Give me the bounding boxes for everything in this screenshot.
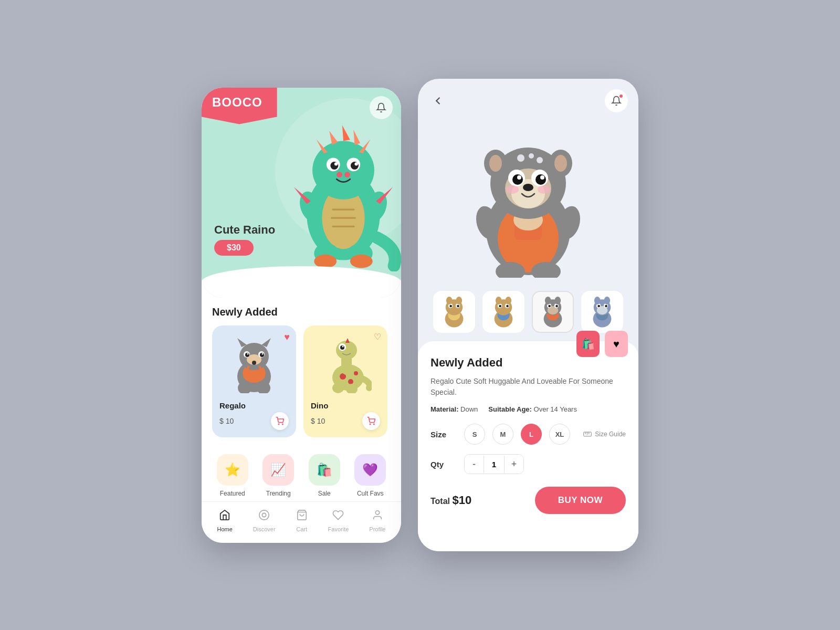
category-trending[interactable]: 📈 Trending	[262, 454, 294, 497]
nav-discover[interactable]: Discover	[253, 509, 276, 532]
svg-point-56	[342, 345, 344, 347]
add-to-cart-dino[interactable]	[362, 412, 380, 430]
featured-label: Featured	[220, 490, 245, 497]
svg-point-5	[312, 141, 374, 199]
product-card-dino[interactable]: ♡	[303, 326, 387, 437]
cult-favs-icon: 💜	[362, 463, 378, 477]
category-sale[interactable]: 🛍️ Sale	[309, 454, 340, 497]
heart-tag: ♥	[605, 331, 628, 357]
add-to-cart-regalo[interactable]	[271, 412, 289, 430]
back-button[interactable]	[428, 91, 447, 110]
svg-point-80	[517, 175, 521, 180]
nav-cart-label: Cart	[296, 526, 307, 532]
product-image-dino	[311, 333, 380, 396]
svg-point-24	[350, 254, 373, 268]
category-cult-favs[interactable]: 💜 Cult Favs	[354, 454, 386, 497]
svg-point-125	[555, 305, 558, 308]
qty-row: Qty - 1 +	[430, 454, 626, 474]
svg-point-83	[506, 185, 519, 194]
svg-marker-57	[345, 338, 350, 343]
svg-point-106	[456, 297, 462, 304]
size-s[interactable]: S	[464, 424, 485, 445]
product-card-regalo[interactable]: ♥	[212, 326, 296, 437]
product-price-regalo: $ 10	[219, 417, 234, 425]
nav-favorite[interactable]: Favorite	[328, 509, 349, 532]
wishlist-heart-regalo[interactable]: ♥	[284, 332, 290, 343]
nav-home[interactable]: Home	[217, 509, 232, 532]
sale-label: Sale	[318, 490, 331, 497]
home-icon	[219, 509, 230, 524]
product-detail-header	[418, 79, 638, 118]
trending-label: Trending	[266, 490, 291, 497]
hero-price-badge[interactable]: $30	[214, 240, 254, 256]
hero-toy-name: Cute Raino	[214, 223, 275, 237]
categories-grid: ⭐ Featured 📈 Trending 🛍️ Sale 💜	[212, 454, 391, 497]
notification-button[interactable]	[370, 96, 393, 119]
cult-favs-label: Cult Favs	[357, 490, 384, 497]
svg-point-36	[262, 353, 264, 354]
qty-plus-button[interactable]: +	[505, 455, 523, 474]
svg-point-141	[604, 297, 610, 304]
size-m[interactable]: M	[492, 424, 513, 445]
buy-now-button[interactable]: BUY NOW	[535, 487, 626, 514]
featured-icon: ⭐	[225, 463, 240, 477]
svg-point-58	[332, 383, 344, 393]
age-info: Suitable Age: Over 14 Years	[488, 405, 577, 413]
wishlist-heart-dino[interactable]: ♡	[374, 332, 381, 342]
cart-icon	[296, 509, 308, 524]
svg-point-105	[446, 297, 453, 304]
qty-controls: - 1 +	[464, 454, 524, 474]
svg-point-46	[278, 424, 279, 424]
app-logo: BOOCO	[212, 95, 262, 109]
svg-point-64	[375, 510, 379, 514]
svg-point-47	[282, 424, 283, 424]
svg-point-112	[499, 305, 501, 308]
sale-icon-wrap: 🛍️	[309, 454, 340, 486]
nav-profile[interactable]: Profile	[369, 509, 385, 532]
svg-point-61	[374, 424, 374, 424]
nav-favorite-label: Favorite	[328, 526, 349, 532]
bottom-navigation: Home Discover Cart	[202, 501, 401, 543]
material-label: Material:	[430, 405, 458, 413]
variant-1[interactable]	[433, 291, 475, 333]
svg-point-137	[605, 305, 607, 308]
svg-point-53	[336, 341, 357, 360]
svg-point-140	[594, 297, 601, 304]
total-info: Total $10	[430, 494, 471, 507]
variant-3[interactable]	[532, 291, 574, 333]
svg-point-86	[489, 155, 502, 172]
newly-added-title: Newly Added	[212, 306, 391, 318]
svg-point-136	[597, 305, 600, 308]
svg-point-62	[259, 510, 269, 519]
notification-button-right[interactable]	[605, 89, 628, 112]
svg-point-89	[517, 154, 524, 162]
detail-meta: Material: Down Suitable Age: Over 14 Yea…	[430, 405, 626, 413]
category-featured[interactable]: ⭐ Featured	[217, 454, 248, 497]
svg-point-51	[354, 371, 358, 375]
variant-2[interactable]	[482, 291, 524, 333]
svg-rect-142	[584, 432, 592, 436]
products-row: ♥	[212, 326, 391, 437]
bag-tag: 🛍️	[576, 331, 600, 357]
nav-profile-label: Profile	[369, 526, 385, 532]
hero-text-area: Cute Raino $30	[214, 223, 275, 256]
svg-point-128	[545, 297, 551, 304]
qty-minus-button[interactable]: -	[465, 455, 484, 474]
nav-home-label: Home	[217, 526, 232, 532]
size-guide-button[interactable]: Size Guide	[583, 430, 626, 438]
age-value: Over 14 Years	[534, 405, 577, 413]
size-xl[interactable]: XL	[549, 424, 570, 445]
svg-point-101	[449, 305, 452, 308]
svg-point-82	[523, 184, 533, 191]
cult-favs-icon-wrap: 💜	[354, 454, 386, 486]
buy-row: Total $10 BUY NOW	[430, 487, 626, 514]
svg-point-11	[354, 162, 358, 165]
variant-4[interactable]	[581, 291, 623, 333]
svg-point-13	[344, 172, 350, 177]
nav-cart[interactable]: Cart	[296, 509, 308, 532]
svg-point-12	[337, 172, 342, 177]
size-l[interactable]: L	[521, 424, 542, 445]
material-value: Down	[460, 405, 478, 413]
total-price: $10	[452, 494, 471, 507]
svg-point-79	[536, 174, 546, 185]
